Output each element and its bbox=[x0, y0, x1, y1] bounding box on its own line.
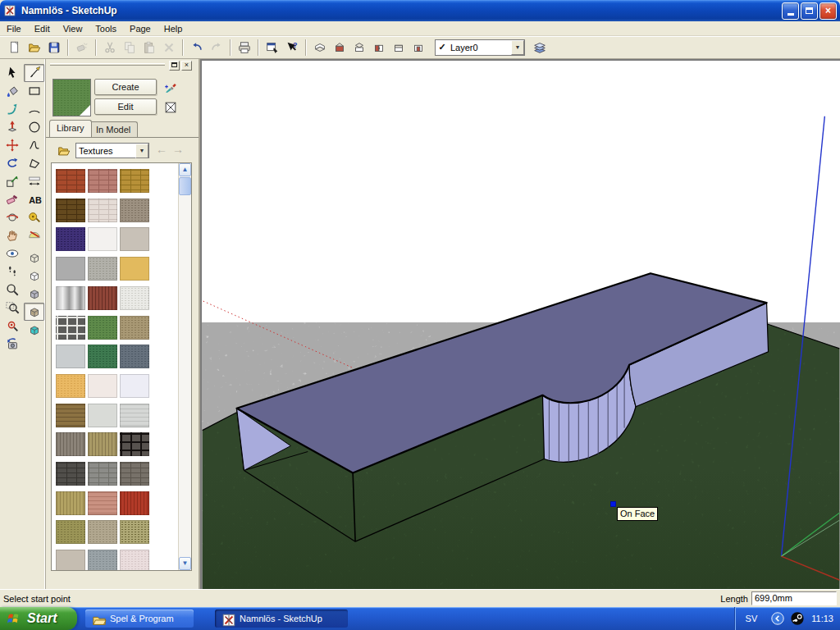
walk-tool-button[interactable] bbox=[2, 262, 22, 281]
texture-swatch-tan-gravel[interactable] bbox=[120, 316, 149, 340]
texture-swatch-gold-plain[interactable] bbox=[120, 257, 149, 281]
zoom-extents-tool-button[interactable] bbox=[2, 317, 22, 335]
layer-dropdown-arrow-icon[interactable]: ▼ bbox=[511, 40, 524, 55]
texture-swatch-brushed-metal[interactable] bbox=[56, 286, 85, 310]
texture-swatch-gray-brick[interactable] bbox=[88, 462, 117, 486]
menu-tools[interactable]: Tools bbox=[89, 22, 123, 35]
panel-drag-grip[interactable] bbox=[50, 63, 165, 66]
scroll-down-button[interactable]: ▼ bbox=[179, 557, 191, 570]
scroll-up-button[interactable]: ▲ bbox=[179, 163, 191, 176]
current-material-preview[interactable] bbox=[52, 79, 91, 116]
panel-close-button[interactable]: × bbox=[181, 61, 192, 71]
texture-swatch-gray-speckle[interactable] bbox=[88, 257, 117, 281]
texture-swatch-tan-plain[interactable] bbox=[120, 227, 149, 251]
scale-tool-button[interactable] bbox=[2, 172, 22, 190]
texture-swatch-dark-shingles[interactable] bbox=[120, 432, 149, 456]
menu-help[interactable]: Help bbox=[158, 22, 189, 35]
texture-swatch-dark-pavers[interactable] bbox=[56, 316, 85, 340]
orbit-tool-button[interactable] bbox=[2, 208, 22, 226]
texture-swatch-red-panel[interactable] bbox=[120, 491, 149, 515]
texture-swatch-white-plain[interactable] bbox=[88, 227, 117, 251]
polygon-tool-button[interactable] bbox=[24, 154, 44, 172]
texture-swatch-beige-plain[interactable] bbox=[56, 550, 85, 571]
texture-swatch-gray-siding[interactable] bbox=[120, 404, 149, 427]
arc-tool-button[interactable] bbox=[24, 100, 44, 118]
restore-button[interactable] bbox=[801, 2, 818, 20]
no-material-icon[interactable] bbox=[162, 99, 179, 116]
next-collection-icon[interactable]: → bbox=[172, 143, 184, 156]
print-button[interactable] bbox=[235, 39, 254, 57]
taskbar-task-sketchup[interactable]: Namnlös - SketchUp bbox=[215, 609, 348, 628]
menu-view[interactable]: View bbox=[57, 22, 89, 35]
pan-tool-button[interactable] bbox=[2, 226, 22, 244]
texture-swatch-tan-wood-planks[interactable] bbox=[88, 432, 117, 456]
texture-swatch-pink-speckle[interactable] bbox=[120, 550, 149, 571]
dimension-tool-button[interactable] bbox=[24, 172, 44, 190]
panel-restore-button[interactable] bbox=[169, 61, 180, 71]
follow-me-tool-button[interactable] bbox=[2, 100, 22, 118]
text-tool-button[interactable]: AB bbox=[24, 190, 44, 208]
texture-swatch-white-tile[interactable] bbox=[120, 286, 149, 310]
view-left-button[interactable] bbox=[369, 39, 389, 57]
texture-swatch-red-brick[interactable] bbox=[56, 169, 85, 193]
wireframe-tool-button[interactable] bbox=[24, 249, 44, 267]
save-button[interactable] bbox=[44, 39, 64, 57]
menu-edit[interactable]: Edit bbox=[28, 22, 57, 35]
create-material-button[interactable]: Create bbox=[94, 79, 157, 95]
zoom-tool-button[interactable] bbox=[2, 281, 22, 299]
protractor-tool-button[interactable] bbox=[24, 226, 44, 244]
previous-collection-icon[interactable]: ← bbox=[156, 143, 167, 156]
texture-swatch-gray-wood-planks[interactable] bbox=[56, 432, 85, 456]
redo-button[interactable] bbox=[207, 39, 226, 57]
rotate-tool-button[interactable] bbox=[2, 154, 22, 172]
open-button[interactable] bbox=[25, 39, 44, 57]
look-around-tool-button[interactable] bbox=[2, 244, 22, 262]
texture-swatch-brown-brick[interactable] bbox=[56, 199, 85, 222]
texture-swatch-olive-gravel[interactable] bbox=[120, 520, 149, 544]
eraser-tool-button[interactable] bbox=[2, 190, 22, 208]
move-tool-button[interactable] bbox=[2, 136, 22, 154]
paint-bucket-tool-button[interactable] bbox=[2, 82, 22, 100]
tab-in-model[interactable]: In Model bbox=[89, 121, 138, 137]
view-iso-button[interactable] bbox=[310, 39, 330, 57]
zoom-window-tool-button[interactable] bbox=[2, 299, 22, 317]
copy-button[interactable] bbox=[120, 39, 139, 57]
edit-material-button[interactable]: Edit bbox=[94, 98, 157, 115]
view-top-button[interactable] bbox=[349, 39, 369, 57]
texture-swatch-purple-speckle[interactable] bbox=[56, 227, 85, 251]
measurement-input[interactable]: 699,0mm bbox=[751, 591, 837, 605]
select-tool-button[interactable] bbox=[2, 64, 22, 82]
texture-swatch-olive-shakes[interactable] bbox=[56, 491, 85, 515]
texture-swatch-red-corrugated[interactable] bbox=[88, 286, 117, 310]
tab-library[interactable]: Library bbox=[49, 120, 92, 137]
texture-swatch-grass-green[interactable] bbox=[88, 316, 117, 340]
model-viewport[interactable]: On Face bbox=[200, 59, 840, 589]
eraser-cmd-button[interactable] bbox=[72, 39, 92, 57]
texture-swatch-mossy-stone[interactable] bbox=[56, 520, 85, 544]
texture-collection-combobox[interactable]: Textures ▼ bbox=[75, 143, 149, 158]
start-button[interactable]: Start bbox=[0, 607, 77, 630]
shaded-tool-button[interactable] bbox=[24, 285, 44, 303]
minimize-button[interactable] bbox=[782, 2, 799, 20]
previous-view-tool-button[interactable] bbox=[2, 335, 22, 353]
view-right-button[interactable] bbox=[389, 39, 409, 57]
scroll-thumb[interactable] bbox=[179, 177, 191, 195]
texture-swatch-lightgray-plain[interactable] bbox=[56, 345, 85, 368]
menu-file[interactable]: File bbox=[0, 22, 28, 35]
layer-manager-button[interactable] bbox=[530, 39, 550, 57]
paste-button[interactable] bbox=[139, 39, 159, 57]
texture-swatch-blue-slate[interactable] bbox=[120, 345, 149, 368]
new-button[interactable] bbox=[5, 39, 25, 57]
delete-button[interactable] bbox=[159, 39, 179, 57]
texture-swatch-pink-brick[interactable] bbox=[88, 169, 117, 193]
texture-swatch-salmon-shingles[interactable] bbox=[88, 491, 117, 515]
language-indicator[interactable]: SV bbox=[746, 614, 758, 623]
texture-swatch-white-block[interactable] bbox=[88, 199, 117, 222]
circle-tool-button[interactable] bbox=[24, 118, 44, 136]
texture-swatch-gray-plain[interactable] bbox=[56, 257, 85, 281]
freehand-tool-button[interactable] bbox=[24, 136, 44, 154]
texture-swatch-green-foliage[interactable] bbox=[88, 345, 117, 368]
taskbar-task-spel-program[interactable]: Spel & Program bbox=[85, 609, 194, 628]
tape-measure-tool-button[interactable] bbox=[24, 208, 44, 226]
texture-swatch-light-stucco[interactable] bbox=[88, 404, 117, 427]
